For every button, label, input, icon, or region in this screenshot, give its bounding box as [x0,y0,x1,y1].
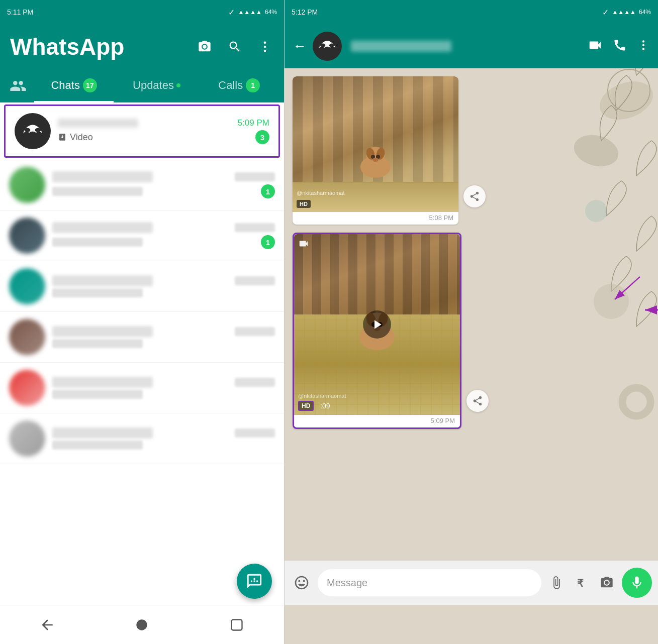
svg-point-25 [372,158,379,162]
chat-info-7 [52,427,275,450]
right-panel: 5:12 PM ✓ ▲▲▲▲ 64% ← [285,0,658,644]
svg-point-38 [466,619,477,630]
home-button[interactable] [127,610,157,640]
back-icon[interactable]: ← [293,38,307,54]
chat-item-5[interactable] [0,312,284,363]
chat-info-3: 1 [52,222,275,249]
tab-community[interactable] [5,73,31,99]
left-nav-bar [0,605,284,644]
unread-badge: 3 [255,130,269,144]
unread-3: 1 [261,235,275,249]
right-battery: 64% [639,9,651,16]
chat-time-3 [235,223,275,232]
chat-item-6[interactable] [0,363,284,413]
chat-item-4[interactable] [0,261,284,312]
right-recents-button[interactable] [581,610,611,640]
left-time: 5:11 PM [7,8,33,16]
app-title: WhatsApp [10,33,124,60]
avatar-2 [9,167,45,203]
chat-list: 5:09 PM Video 3 [0,102,284,605]
camera-input-icon[interactable] [597,573,617,593]
battery-icon: 64% [265,9,277,16]
app-header: WhatsApp [0,24,284,69]
new-chat-fab[interactable] [237,564,272,599]
video-message-2[interactable]: HD :09 @nkitasharmaomat 5:09 PM [293,233,461,429]
video-camera-icon [298,238,309,251]
mic-button[interactable] [622,568,652,598]
chat-time-4 [235,276,275,285]
svg-rect-39 [591,619,601,630]
right-home-button[interactable] [456,610,486,640]
chat-preview-4 [52,288,143,297]
svg-rect-6 [231,619,242,630]
chat-name-6 [52,377,153,388]
avatar-3 [9,218,45,254]
chat-name [58,119,138,128]
svg-point-17 [642,44,644,46]
right-time: 5:12 PM [292,8,318,16]
chat-name-2 [52,171,153,182]
chat-preview-2 [52,187,143,196]
svg-point-16 [642,40,644,42]
tab-chats[interactable]: Chats 17 [34,69,114,102]
right-signal-icon: ▲▲▲▲ [612,9,636,16]
msg-time-2: 5:09 PM [431,417,455,424]
calls-badge: 1 [246,78,260,92]
video-duration: :09 [320,402,330,410]
back-button[interactable] [32,610,62,640]
chat-item-2[interactable]: 1 [0,160,284,210]
left-panel: 5:11 PM ✓ ▲▲▲▲ 64% WhatsApp [0,0,285,644]
more-options-right-icon[interactable] [637,39,650,54]
right-back-button[interactable] [332,610,362,640]
chat-info-6 [52,377,275,399]
chat-info-4 [52,275,275,297]
search-icon[interactable] [226,38,244,56]
camera-icon[interactable] [196,38,214,56]
avatar-5 [9,319,45,355]
video-message-1[interactable]: @nkitasharmaomat HD 5:08 PM [293,76,458,225]
phone-icon[interactable] [613,38,627,54]
chats-badge: 17 [83,78,97,92]
chat-header-action-icons [588,38,650,55]
chat-preview-3 [52,238,143,247]
play-button[interactable] [363,310,391,339]
more-options-icon[interactable] [256,38,274,56]
chat-item-highlighted[interactable]: 5:09 PM Video 3 [4,104,280,158]
svg-point-2 [264,50,266,52]
chat-input-bar: Message ₹ [285,561,658,605]
left-status-bar: 5:11 PM ✓ ▲▲▲▲ 64% [0,0,284,24]
right-nav-bar [285,605,658,644]
chat-time-5 [235,327,275,336]
chat-preview-5 [52,339,143,348]
svg-point-0 [264,42,266,44]
avatar-4 [9,268,45,304]
chat-header-avatar [313,32,342,61]
svg-point-14 [320,44,325,47]
message-input[interactable]: Message [318,569,541,596]
video-call-icon[interactable] [588,38,603,55]
chat-item-7[interactable] [0,413,284,464]
tab-updates[interactable]: Updates [117,69,196,102]
watermark-2: @nkitasharmaomat [298,393,346,399]
attach-icon[interactable] [546,573,567,593]
svg-point-18 [642,48,644,50]
recents-button[interactable] [222,610,252,640]
message-row-2: HD :09 @nkitasharmaomat 5:09 PM [293,233,650,429]
message-row-1: @nkitasharmaomat HD 5:08 PM [293,76,650,225]
emoji-button[interactable] [291,572,313,594]
chat-name-3 [52,222,153,233]
rupee-icon[interactable]: ₹ [572,573,592,593]
diagonal-arrow-annotation [600,272,645,309]
chat-header-name [351,41,451,52]
svg-point-15 [329,44,334,47]
input-action-icons: ₹ [546,573,617,593]
chat-item-3[interactable]: 1 [0,210,284,261]
forward-button-1[interactable] [463,185,486,207]
chat-time-2 [235,172,275,181]
msg-footer-1: 5:08 PM [293,212,458,225]
tab-calls[interactable]: Calls 1 [200,69,279,102]
chat-name-7 [52,427,153,439]
chat-time: 5:09 PM [238,118,269,128]
forward-button-2[interactable] [466,390,489,412]
chat-info-5 [52,326,275,348]
